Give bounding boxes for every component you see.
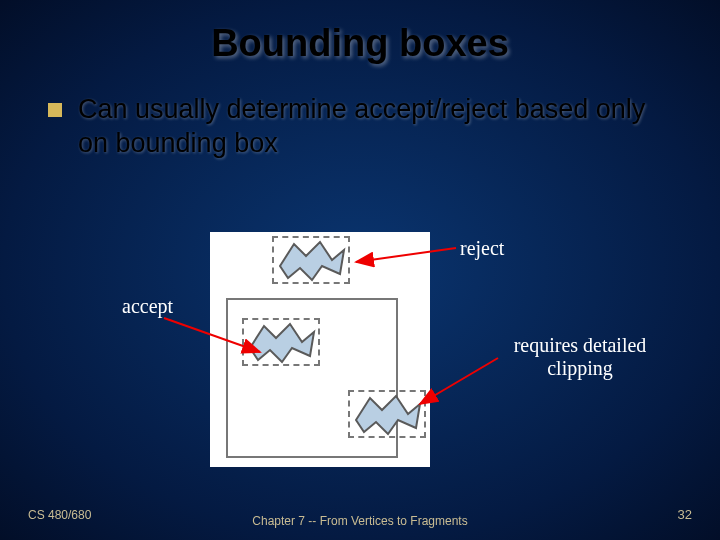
label-accept: accept <box>122 295 173 318</box>
diagram <box>210 232 430 467</box>
polygon-accept <box>242 318 320 366</box>
polygon-reject <box>272 236 350 284</box>
footer-chapter: Chapter 7 -- From Vertices to Fragments <box>0 514 720 528</box>
polygon-shape <box>250 324 314 362</box>
label-detail: requires detailed clipping <box>500 334 660 380</box>
polygon-shape <box>280 242 344 280</box>
polygon-shape <box>356 396 420 434</box>
polygon-straddle <box>348 390 426 438</box>
slide-title: Bounding boxes <box>0 0 720 65</box>
arrow-detail <box>420 358 498 404</box>
bullet-text: Can usually determine accept/reject base… <box>78 93 678 161</box>
bullet-icon <box>48 103 62 117</box>
bullet-item: Can usually determine accept/reject base… <box>0 65 720 161</box>
label-reject: reject <box>460 237 504 260</box>
footer-page: 32 <box>678 507 692 522</box>
